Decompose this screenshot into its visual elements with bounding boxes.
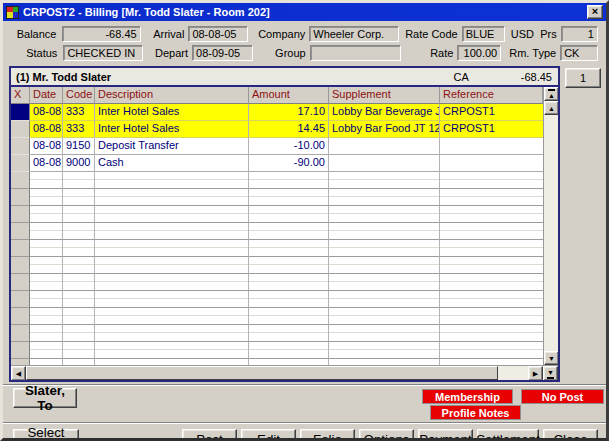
empty-cell — [249, 291, 329, 308]
charges-section: (1) Mr. Todd Slater CA -68.45 X Date Cod… — [9, 66, 560, 382]
empty-cell — [63, 172, 95, 189]
cell-supplement: Lobby Bar Beverage JT 12/0 — [329, 104, 440, 121]
empty-cell — [440, 206, 543, 223]
row-select-cell[interactable] — [11, 138, 30, 155]
cell-amount: -10.00 — [249, 138, 329, 155]
membership-badge[interactable]: Membership — [422, 389, 513, 404]
empty-cell — [440, 291, 543, 308]
empty-cell — [440, 342, 543, 359]
empty-cell — [95, 342, 249, 359]
empty-cell — [329, 172, 440, 189]
row-select-cell[interactable] — [11, 104, 30, 121]
table-row[interactable]: 08-08 9000 Cash -90.00 — [11, 155, 543, 172]
empty-cell — [329, 325, 440, 342]
grid-empty-row — [11, 308, 543, 325]
charges-grid: X Date Code Description Amount Supplemen… — [11, 85, 558, 380]
scroll-end-icon[interactable]: ▼ — [543, 366, 558, 380]
empty-cell — [329, 223, 440, 240]
empty-cell — [11, 206, 30, 223]
horizontal-scrollbar-row: ◀ ▶ ▼ — [11, 365, 558, 380]
cell-description: Inter Hotel Sales — [95, 104, 249, 121]
cell-supplement — [329, 138, 440, 155]
edit-button[interactable]: Edit — [241, 429, 296, 441]
vertical-scrollbar[interactable]: ▲ ▲ ▼ — [543, 87, 558, 365]
empty-cell — [440, 189, 543, 206]
cell-date: 08-08 — [30, 138, 63, 155]
folio-window-1-button[interactable]: 1 — [565, 68, 601, 88]
payment-button[interactable]: Payment — [418, 429, 473, 441]
guest-tab-button[interactable]: Slater, To — [13, 388, 77, 408]
cell-supplement: Lobby Bar Food JT 12/08/08 — [329, 121, 440, 138]
empty-cell — [440, 325, 543, 342]
empty-cell — [95, 291, 249, 308]
empty-cell — [63, 291, 95, 308]
empty-cell — [30, 223, 63, 240]
scroll-up-icon[interactable]: ▲ — [544, 101, 558, 115]
cell-code: 9150 — [63, 138, 95, 155]
status-label: Status — [13, 47, 57, 59]
empty-cell — [95, 223, 249, 240]
group-label: Group — [263, 47, 306, 59]
empty-cell — [329, 342, 440, 359]
empty-cell — [329, 291, 440, 308]
empty-cell — [30, 342, 63, 359]
post-button[interactable]: Post — [182, 429, 237, 441]
col-header-reference[interactable]: Reference — [440, 87, 543, 104]
scroll-right-icon[interactable]: ▶ — [528, 366, 543, 380]
row-select-cell[interactable] — [11, 121, 30, 138]
horizontal-scroll-thumb[interactable] — [26, 366, 498, 380]
window-tabs-column: 1 — [560, 66, 606, 88]
empty-cell — [30, 189, 63, 206]
empty-cell — [63, 189, 95, 206]
col-header-amount[interactable]: Amount — [249, 87, 329, 104]
rate-code-label: Rate Code — [405, 28, 458, 40]
cell-reference — [440, 155, 543, 172]
scroll-top-icon[interactable]: ▲ — [544, 87, 558, 101]
grid-empty-row — [11, 257, 543, 274]
empty-cell — [11, 172, 30, 189]
settlement-button[interactable]: Settlement — [477, 429, 539, 441]
scroll-left-icon[interactable]: ◀ — [11, 366, 26, 380]
empty-cell — [249, 189, 329, 206]
empty-cell — [95, 240, 249, 257]
row-select-cell[interactable] — [11, 155, 30, 172]
empty-cell — [30, 325, 63, 342]
cell-reference: CRPOST1 — [440, 104, 543, 121]
col-header-x[interactable]: X — [11, 87, 30, 104]
col-header-date[interactable]: Date — [30, 87, 63, 104]
cell-date: 08-08 — [30, 104, 63, 121]
horizontal-scroll-track[interactable] — [26, 366, 528, 380]
options-button[interactable]: Options — [359, 429, 414, 441]
empty-cell — [11, 325, 30, 342]
empty-cell — [30, 274, 63, 291]
col-header-code[interactable]: Code — [63, 87, 95, 104]
table-row[interactable]: 08-08 333 Inter Hotel Sales 14.45 Lobby … — [11, 121, 543, 138]
empty-cell — [329, 274, 440, 291]
title-bar: CRPOST2 - Billing [Mr. Todd Slater - Roo… — [3, 3, 606, 21]
select-all-button[interactable]: Select All — [13, 429, 79, 441]
reservation-info-panel: Balance -68.45 Arrival 08-08-05 Company … — [3, 21, 606, 66]
empty-cell — [249, 257, 329, 274]
table-row[interactable]: 08-08 9150 Deposit Transfer -10.00 — [11, 138, 543, 155]
col-header-supplement[interactable]: Supplement — [329, 87, 440, 104]
empty-cell — [63, 206, 95, 223]
grid-empty-row — [11, 325, 543, 342]
cell-code: 9000 — [63, 155, 95, 172]
cell-supplement — [329, 155, 440, 172]
empty-cell — [95, 189, 249, 206]
empty-cell — [249, 308, 329, 325]
profile-notes-badge[interactable]: Profile Notes — [430, 405, 521, 420]
close-button[interactable]: Close — [543, 429, 598, 441]
cell-date: 08-08 — [30, 121, 63, 138]
col-header-description[interactable]: Description — [95, 87, 249, 104]
table-row[interactable]: 08-08 333 Inter Hotel Sales 17.10 Lobby … — [11, 104, 543, 121]
window-title: CRPOST2 - Billing [Mr. Todd Slater - Roo… — [23, 6, 583, 18]
rm-type-field: CK — [560, 45, 598, 61]
horizontal-scrollbar[interactable]: ◀ ▶ — [11, 366, 543, 380]
rate-field: 100.00 — [457, 45, 501, 61]
scroll-down-icon[interactable]: ▼ — [544, 351, 558, 365]
close-icon[interactable]: × — [587, 5, 603, 19]
empty-cell — [63, 308, 95, 325]
folio-button[interactable]: Folio — [300, 429, 355, 441]
vertical-scroll-track[interactable] — [544, 115, 558, 351]
